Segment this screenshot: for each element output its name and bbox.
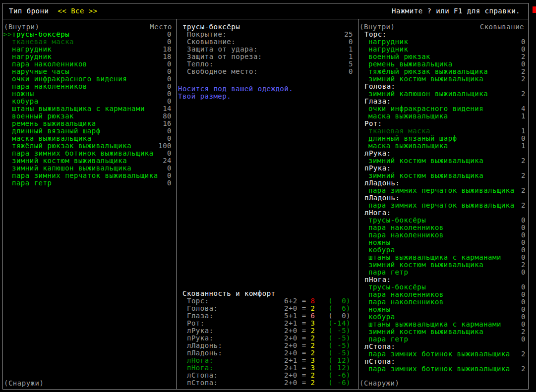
worn-item-row[interactable]: пара гетр0 xyxy=(3,179,176,187)
bodypart-item-encumbrance: 2 xyxy=(521,187,526,194)
worn-item-row[interactable]: нагрудник18 xyxy=(3,53,176,60)
selection-marker xyxy=(3,98,12,105)
item-stat-label: Свободное место: xyxy=(187,68,258,75)
worn-item-row[interactable]: наручные часы0 xyxy=(3,68,176,75)
selection-marker xyxy=(3,150,12,157)
worn-item-storage-value: 0 xyxy=(167,179,172,187)
selection-marker xyxy=(3,172,12,179)
bodypart-name: Голова: xyxy=(187,305,218,312)
warmth-value: ( 12) xyxy=(328,357,351,364)
worn-item-row[interactable]: нагрудник18 xyxy=(3,46,176,53)
equals-sign: = xyxy=(298,342,311,349)
bodypart-item-encumbrance: 2 xyxy=(521,261,526,269)
selection-marker xyxy=(3,120,12,127)
worn-item-row[interactable]: пара зимних ботинок выживальщика0 xyxy=(3,150,176,157)
worn-items-list: >>трусы-боксёры0тканевая маска0нагрудник… xyxy=(3,31,176,187)
bodypart-item-encumbrance: 2 xyxy=(521,90,526,98)
worn-item-row[interactable]: пара наколенников0 xyxy=(3,60,176,68)
encumbrance-row: пНога:2+1 = 3 ( 12) xyxy=(177,364,358,372)
item-stat-value: 0 xyxy=(349,38,353,46)
worn-item-name: зимний капюшон выживальщика xyxy=(12,165,131,172)
worn-item-name: нагрудник xyxy=(12,46,52,53)
bodypart-item-name: пара наколенников xyxy=(368,224,444,231)
encumbrance-formula: 2+1 xyxy=(284,364,298,372)
bodypart-group-label: лЛадонь: xyxy=(358,179,528,187)
selection-marker xyxy=(3,90,12,98)
equals-sign: = xyxy=(298,335,311,342)
worn-item-row[interactable]: зимний капюшон выживальщика0 xyxy=(3,165,176,172)
worn-item-row[interactable]: ремень выживальщика16 xyxy=(3,120,176,127)
worn-item-name: ремень выживальщика xyxy=(12,120,96,127)
bodypart-item-name: длинный вязаный шарф xyxy=(368,135,457,142)
bodypart-item-row: маска выживальщика1 xyxy=(358,112,528,120)
bodypart-item-row: кобура0 xyxy=(358,313,528,321)
worn-item-row[interactable]: >>трусы-боксёры0 xyxy=(3,31,176,38)
worn-item-storage-value: 0 xyxy=(167,60,172,68)
bodypart-item-encumbrance: 0 xyxy=(521,254,526,261)
warmth-value: ( -5) xyxy=(328,342,351,349)
worn-item-storage-value: 0 xyxy=(167,38,172,46)
layer-label-outer: (Снаружи) xyxy=(4,380,44,387)
selection-marker xyxy=(3,157,12,165)
worn-item-row[interactable]: ножны0 xyxy=(3,90,176,98)
worn-item-row[interactable]: кобура0 xyxy=(3,98,176,105)
encumbrance-total: 2 xyxy=(311,342,315,349)
encumbrance-column-header: Сковывание xyxy=(480,23,524,31)
selected-item-title: трусы-боксёры xyxy=(177,23,358,31)
worn-item-row[interactable]: зимний костюм выживальщика24 xyxy=(3,157,176,165)
worn-item-row[interactable]: длинный вязаный шарф0 xyxy=(3,127,176,135)
bodypart-panel: (Внутри) Сковывание Торс:нагрудник0нагру… xyxy=(358,19,528,389)
worn-items-panel: (Внутри) Место >>трусы-боксёры0тканевая … xyxy=(3,19,177,389)
item-stat-row: Тепло:5 xyxy=(177,60,358,68)
bodypart-item-encumbrance: 0 xyxy=(521,231,526,239)
bodypart-item-name: военный рюкзак xyxy=(368,53,430,60)
worn-item-row[interactable]: пара наколенников0 xyxy=(3,83,176,90)
worn-item-storage-value: 18 xyxy=(163,46,172,53)
armor-type-filter[interactable]: << Все >> xyxy=(58,3,97,19)
selection-marker xyxy=(3,68,12,75)
worn-item-row[interactable]: тканевая маска0 xyxy=(3,38,176,46)
worn-item-row[interactable]: штаны выживальщика с карманами14 xyxy=(3,105,176,112)
title-bar: Тип брони << Все >> Нажмите ? или F1 для… xyxy=(3,3,528,19)
encumbrance-formula: 2+1 xyxy=(284,320,298,327)
bodypart-item-name: ремень выживальщика xyxy=(368,60,453,68)
worn-item-row[interactable]: пара зимних перчаток выживальщика0 xyxy=(3,172,176,179)
bodypart-item-row: очки инфракрасного видения4 xyxy=(358,105,528,112)
encumbrance-formula: 2+0 xyxy=(284,342,298,349)
bodypart-item-name: нагрудник xyxy=(368,38,408,46)
worn-item-storage-value: 18 xyxy=(163,53,172,60)
encumbrance-total: 2 xyxy=(311,349,315,357)
item-stat-label: Защита от удара: xyxy=(187,46,258,53)
encumbrance-row: Рот:2+1 = 3 (-14) xyxy=(177,320,358,327)
item-stat-row: Защита от пореза:1 xyxy=(177,53,358,60)
bodypart-item-encumbrance: 2 xyxy=(521,75,526,83)
worn-item-name: пара наколенников xyxy=(12,83,87,90)
bodypart-item-name: зимний костюм выживальщика xyxy=(368,75,483,83)
encumbrance-rows: Торс:6+2 = 8 ( 0)Голова:2+0 = 2 ( 6)Глаз… xyxy=(177,297,358,387)
encumbrance-total: 2 xyxy=(311,372,315,379)
bodypart-group-label: Рот: xyxy=(358,120,528,127)
bodypart-group-label: лРука: xyxy=(358,150,528,157)
equals-sign: = xyxy=(298,357,311,364)
bodypart-item-row: ножны0 xyxy=(358,239,528,246)
encumbrance-row: пЛадонь:2+0 = 2 ( -5) xyxy=(177,349,358,357)
bodypart-item-row: зимний костюм выживальщика2 xyxy=(358,157,528,165)
sort-armor-window: Тип брони << Все >> Нажмите ? или F1 для… xyxy=(2,3,529,390)
worn-item-row[interactable]: очки инфракрасного видения0 xyxy=(3,75,176,83)
worn-item-name: зимний костюм выживальщика xyxy=(12,157,127,165)
bodypart-group-label: Глаза: xyxy=(358,98,528,105)
bodypart-group-label: пЛадонь: xyxy=(358,194,528,202)
worn-item-row[interactable]: тяжёлый рюкзак выживальщика100 xyxy=(3,142,176,150)
worn-item-row[interactable]: маска выживальщика0 xyxy=(3,135,176,142)
worn-item-row[interactable]: военный рюкзак80 xyxy=(3,112,176,120)
worn-item-name: пара зимних ботинок выживальщика xyxy=(12,150,154,157)
warmth-value: (-14) xyxy=(328,320,351,327)
bodypart-item-name: зимний костюм выживальщика xyxy=(368,328,483,336)
warmth-value: ( -5) xyxy=(328,327,351,335)
worn-item-name: тяжёлый рюкзак выживальщика xyxy=(12,142,131,150)
warmth-value: ( -5) xyxy=(328,335,351,342)
encumbrance-formula: 2+0 xyxy=(284,379,298,387)
encumbrance-total: 6 xyxy=(311,312,315,320)
bodypart-name: Торс: xyxy=(187,297,209,305)
encumbrance-formula: 2+0 xyxy=(284,305,298,312)
